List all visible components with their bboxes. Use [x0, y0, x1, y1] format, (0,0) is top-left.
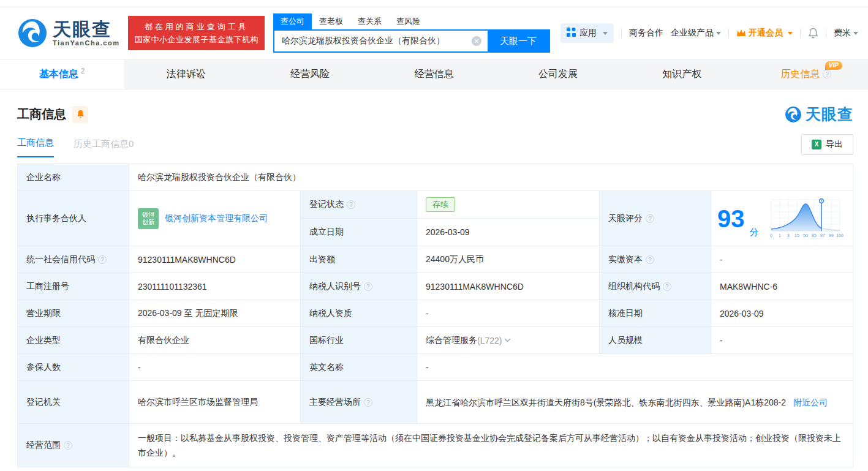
- tab-operation-info[interactable]: 经营信息: [372, 59, 496, 89]
- search-button[interactable]: 天眼一下: [488, 31, 549, 51]
- search-box: ✕ 天眼一下: [273, 29, 550, 53]
- search-tabs: 查公司 查老板 查关系 查风险: [273, 13, 550, 29]
- credit-code-value: 91230111MAK8WHNC6D: [129, 246, 301, 273]
- search-area: 查公司 查老板 查关系 查风险 ✕ 天眼一下: [273, 13, 550, 53]
- tianyancha-logo[interactable]: 天眼查 TianYanCha.com: [17, 18, 119, 48]
- field-label: 英文名称: [301, 354, 417, 380]
- field-label: 统一社会信用代码 ?: [18, 246, 129, 273]
- question-icon[interactable]: ?: [347, 200, 355, 209]
- search-input[interactable]: [274, 31, 472, 51]
- menu-separator: [621, 29, 622, 38]
- tab-operation-risk-label: 经营风险: [290, 68, 330, 81]
- tab-company-development-label: 公司发展: [538, 68, 578, 81]
- table-row: 登记机关 哈尔滨市呼兰区市场监督管理局 主要经营场所 ? 黑龙江省哈尔滨市呼兰区…: [18, 381, 853, 424]
- logo-text: 天眼查 TianYanCha.com: [53, 20, 119, 47]
- tab-company-development[interactable]: 公司发展: [496, 59, 620, 89]
- partner-badge-line1: 银河: [142, 211, 154, 219]
- field-label: 工商注册号: [18, 273, 129, 300]
- chevron-down-icon: [788, 32, 793, 35]
- field-label: 成立日期: [301, 219, 417, 246]
- tianyan-score-cell: 93 分: [711, 191, 853, 246]
- tick-label: 0: [770, 233, 772, 238]
- tab-basic-info[interactable]: 基本信息 2: [0, 59, 124, 89]
- chevron-down-icon: [853, 32, 858, 35]
- business-info-table: 企业名称 哈尔滨龙瑞股权投资合伙企业（有限合伙） 执行事务合伙人 银河 创新 银…: [17, 164, 853, 467]
- field-label: 纳税人识别号 ?: [301, 273, 417, 300]
- question-icon[interactable]: ?: [663, 282, 671, 291]
- subtab-history-business-info[interactable]: 历史工商信息0: [74, 138, 134, 157]
- field-label: 登记状态 ?: [301, 191, 417, 218]
- question-icon[interactable]: ?: [364, 282, 372, 291]
- tianyancha-watermark: 天眼查: [785, 104, 853, 124]
- partner-badge-line2: 创新: [142, 219, 154, 226]
- subtab-business-info[interactable]: 工商信息: [17, 137, 54, 157]
- question-icon[interactable]: ?: [98, 255, 107, 264]
- question-icon[interactable]: ?: [64, 441, 72, 450]
- question-icon[interactable]: ?: [646, 255, 654, 264]
- apps-label: 应用: [579, 28, 597, 39]
- tab-legal-proceedings-label: 法律诉讼: [167, 68, 206, 81]
- org-code-label: 组织机构代码: [608, 281, 660, 292]
- export-label: 导出: [826, 139, 843, 150]
- company-type-value: 有限合伙企业: [129, 327, 301, 353]
- business-cooperation-link[interactable]: 商务合作: [629, 28, 663, 39]
- subtabs-row: 工商信息 历史工商信息0 X 导出: [0, 124, 868, 157]
- brand-domain: TianYanCha.com: [53, 39, 119, 47]
- table-row: 工商注册号 230111101132361 纳税人识别号 ? 91230111M…: [18, 273, 853, 300]
- user-account-menu[interactable]: 费米: [834, 28, 858, 39]
- clear-icon[interactable]: ✕: [472, 36, 481, 46]
- search-tab-relation[interactable]: 查关系: [350, 13, 389, 29]
- open-vip-label: 开通会员: [749, 28, 783, 39]
- org-code-value: MAK8WHNC-6: [711, 273, 853, 300]
- field-label: 登记机关: [18, 381, 129, 423]
- export-button[interactable]: X 导出: [801, 134, 853, 155]
- slogan-line2: 国家中小企业发展子基金旗下机构: [134, 33, 259, 46]
- header: 天眼查 TianYanCha.com 都在用的商业查询工具 国家中小企业发展子基…: [0, 7, 868, 59]
- tab-intellectual-property-label: 知识产权: [662, 68, 701, 81]
- notification-bell-button[interactable]: [808, 28, 818, 39]
- status-badge: 存续: [426, 197, 455, 212]
- nearby-companies-link[interactable]: 附近公司: [793, 398, 828, 407]
- tab-intellectual-property[interactable]: 知识产权: [620, 59, 744, 89]
- question-icon[interactable]: ?: [646, 214, 654, 223]
- score-distribution-chart: 0 1 3 15 50 85 97 99 100: [768, 197, 846, 241]
- tab-legal-proceedings[interactable]: 法律诉讼: [124, 59, 247, 89]
- business-term-value: 2026-03-09 至 无固定期限: [129, 300, 301, 326]
- monitor-bell-button[interactable]: [72, 106, 88, 123]
- field-label: 组织机构代码 ?: [600, 273, 711, 300]
- tab-history-info[interactable]: VIP 历史信息 ?: [744, 59, 868, 89]
- tianyancha-company-page: 天眼查 TianYanCha.com 都在用的商业查询工具 国家中小企业发展子基…: [0, 0, 868, 471]
- top-menu: 应用 商务合作 企业级产品 开通会员: [560, 23, 858, 43]
- section-title: 工商信息: [17, 106, 66, 122]
- open-vip-menu[interactable]: 开通会员: [736, 28, 793, 39]
- chevron-down-icon: [716, 32, 721, 35]
- partner-company-link[interactable]: 银河创新资本管理有限公司: [165, 213, 268, 224]
- bell-icon: [77, 110, 85, 119]
- field-label: 经营范围 ?: [18, 424, 129, 467]
- reg-status-value: 存续: [417, 191, 599, 218]
- subtab-history-label: 历史工商信息: [74, 138, 129, 149]
- address-text: 黑龙江省哈尔滨市呼兰区双井街道天府街8号(景荣路北、铁东南北街四东、景业路南)A…: [426, 398, 786, 407]
- field-label: 执行事务合伙人: [18, 191, 129, 246]
- brand-name: 天眼查: [53, 20, 119, 39]
- table-row: 营业期限 2026-03-09 至 无固定期限 纳税人资质 - 核准日期 202…: [18, 300, 853, 327]
- question-icon[interactable]: ?: [823, 70, 831, 78]
- tab-operation-risk[interactable]: 经营风险: [248, 59, 372, 89]
- chevron-down-icon[interactable]: [504, 338, 511, 342]
- table-subrow: 成立日期 2026-03-09: [301, 219, 599, 246]
- question-icon[interactable]: ?: [364, 398, 372, 407]
- menu-separator: [728, 29, 729, 38]
- enterprise-product-menu[interactable]: 企业级产品: [671, 28, 721, 39]
- tick-label: 3: [787, 233, 790, 238]
- company-name-value: 哈尔滨龙瑞股权投资合伙企业（有限合伙）: [129, 164, 853, 190]
- search-tab-boss[interactable]: 查老板: [312, 13, 350, 29]
- taxpayer-id-label: 纳税人识别号: [309, 281, 361, 292]
- apps-menu[interactable]: 应用: [560, 23, 614, 43]
- insured-count-value: -: [129, 354, 301, 380]
- search-tab-company[interactable]: 查公司: [273, 13, 312, 29]
- capital-value: 24400万人民币: [417, 246, 600, 273]
- search-tab-risk[interactable]: 查风险: [389, 13, 428, 29]
- section-header: 工商信息 天眼查: [0, 89, 868, 124]
- tab-basic-info-label: 基本信息: [39, 68, 78, 81]
- field-label: 主要经营场所 ?: [301, 381, 417, 423]
